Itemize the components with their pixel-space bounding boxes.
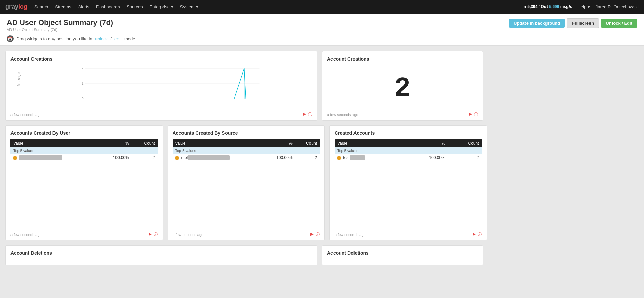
chart-widget-footer: a few seconds ago ▶ ⓘ [10,112,312,118]
account-deletions-count-widget: Account Deletions [322,245,483,265]
table3-timestamp: a few seconds ago [335,233,366,237]
table1-header-row: Value % Count [10,139,158,147]
table1: Value % Count Top 5 values ████████ [10,139,158,162]
svg-text:Wed 31: Wed 31 [245,102,257,102]
nav-dashboards[interactable]: Dashboards [96,4,120,9]
widgets-row-1: Account Creations Messages 2 1 0 [5,51,639,121]
line-chart-svg: 2 1 0 Thu 25 Fri 26 Sat 27 Sun 28 Jul 29… [21,65,312,102]
table1-col-value: Value [10,139,98,147]
table2-row1-percent: 100.00% [263,154,295,162]
table2-col-count: Count [295,139,320,147]
page-header: AD User Object Summary (7d) AD User Obje… [0,14,644,46]
color-dot-1 [13,156,17,160]
nav-sources[interactable]: Sources [127,4,143,9]
page-subtitle: AD User Object Summary (7d) [7,28,113,32]
unlock-link[interactable]: unlock [95,36,108,41]
table3-row1-percent: 100.00% [403,154,448,162]
count-footer-icons: ▶ ⓘ [469,112,478,118]
empty-right-1 [488,51,639,121]
table3-footer: a few seconds ago ▶ ⓘ [335,232,482,237]
empty-right-3 [488,245,639,265]
blurred-value-1: ████████ [19,155,62,160]
widgets-row-2: Accounts Created By User Value % Count T… [5,125,639,240]
table2-footer: a few seconds ago ▶ ⓘ [173,232,320,237]
nav-streams[interactable]: Streams [55,4,71,9]
table1-info-icon[interactable]: ⓘ [154,232,158,237]
empty-right-2 [492,125,639,240]
blurred-value-2: ████████ [188,155,230,160]
navbar-right: In 5,394 / Out 5,696 msg/s Help ▾ Jared … [522,4,639,9]
table3: Value % Count Top 5 values test██ 1 [335,139,482,162]
svg-text:Thu 25: Thu 25 [93,102,104,102]
table3-col-value: Value [335,139,403,147]
count-widget-footer: a few seconds ago ▶ ⓘ [327,112,478,118]
table3-col-percent: % [403,139,448,147]
table1-play-icon[interactable]: ▶ [149,232,152,237]
nav-enterprise[interactable]: Enterprise ▾ [150,4,173,9]
table1-col-percent: % [98,139,132,147]
account-creations-chart-widget: Account Creations Messages 2 1 0 [5,51,317,121]
navbar-stats: In 5,394 / Out 5,696 msg/s [522,4,572,9]
table2: Value % Count Top 5 values mpl████████ [173,139,320,162]
table1-top5-row: Top 5 values [10,147,158,154]
table3-col-count: Count [448,139,482,147]
table1-title: Accounts Created By User [10,130,158,136]
edit-link[interactable]: edit [114,36,122,41]
accounts-created-by-source-widget: Accounts Created By Source Value % Count… [168,125,325,240]
table3-info-icon[interactable]: ⓘ [478,232,482,237]
svg-text:Jul 29: Jul 29 [202,102,212,102]
fullscreen-button[interactable]: Fullscreen [567,18,599,28]
table3-title: Created Accounts [335,130,482,136]
table2-col-percent: % [263,139,295,147]
svg-text:0: 0 [82,97,84,101]
table2-timestamp: a few seconds ago [173,233,204,237]
nav-search[interactable]: Search [34,4,48,9]
nav-system[interactable]: System ▾ [180,4,198,9]
navbar: graylog Search Streams Alerts Dashboards… [0,0,644,14]
unlock-edit-button[interactable]: Unlock / Edit [601,19,637,28]
table3-play-icon[interactable]: ▶ [473,232,476,237]
svg-text:1: 1 [82,82,84,85]
table2-footer-icons: ▶ ⓘ [310,232,320,237]
table1-footer: a few seconds ago ▶ ⓘ [10,232,158,237]
count-info-icon[interactable]: ⓘ [474,112,478,118]
svg-text:Sat 27: Sat 27 [148,102,158,102]
count-widget-title: Account Creations [327,56,478,62]
navbar-left: graylog Search Streams Alerts Dashboards… [5,3,198,10]
table2-col-value: Value [173,139,263,147]
created-accounts-widget: Created Accounts Value % Count Top 5 val… [329,125,487,240]
nav-alerts[interactable]: Alerts [78,4,89,9]
color-dot-3 [337,156,341,160]
color-dot-2 [175,156,179,160]
deletions-chart-title: Account Deletions [10,250,312,256]
brand-logo: graylog [5,3,27,10]
table2-play-icon[interactable]: ▶ [310,232,314,237]
table2-info-icon[interactable]: ⓘ [316,232,320,237]
info-bar: 📅 Drag widgets to any position you like … [7,32,637,45]
table1-row1-percent: 100.00% [98,154,132,162]
main-content: Account Creations Messages 2 1 0 [0,46,644,276]
nav-help[interactable]: Help ▾ [577,4,590,9]
chart-timestamp: a few seconds ago [10,113,42,117]
account-deletions-chart-widget: Account Deletions [5,245,317,265]
chart-info-icon[interactable]: ⓘ [308,112,312,118]
table2-row1-count: 2 [295,154,320,162]
update-background-button[interactable]: Update in background [509,19,565,28]
svg-text:2: 2 [82,66,84,70]
count-timestamp: a few seconds ago [327,113,358,117]
widgets-row-3: Account Deletions Account Deletions [5,245,639,265]
nav-user[interactable]: Jared R. Orzechowski [596,4,639,9]
blurred-value-3: ██ [350,155,365,160]
table3-footer-icons: ▶ ⓘ [473,232,482,237]
table1-footer-icons: ▶ ⓘ [149,232,158,237]
count-play-icon[interactable]: ▶ [469,112,472,118]
brand-gray-text: graylog [5,3,27,10]
header-buttons: Update in background Fullscreen Unlock /… [509,18,637,28]
svg-text:Sun 28: Sun 28 [175,102,186,102]
chart-play-icon[interactable]: ▶ [303,112,306,118]
table2-header-row: Value % Count [173,139,320,147]
info-text-before: Drag widgets to any position you like in [16,36,92,41]
y-axis-label: Messages [17,70,21,86]
info-slash: / [110,36,112,41]
table2-title: Accounts Created By Source [173,130,320,136]
